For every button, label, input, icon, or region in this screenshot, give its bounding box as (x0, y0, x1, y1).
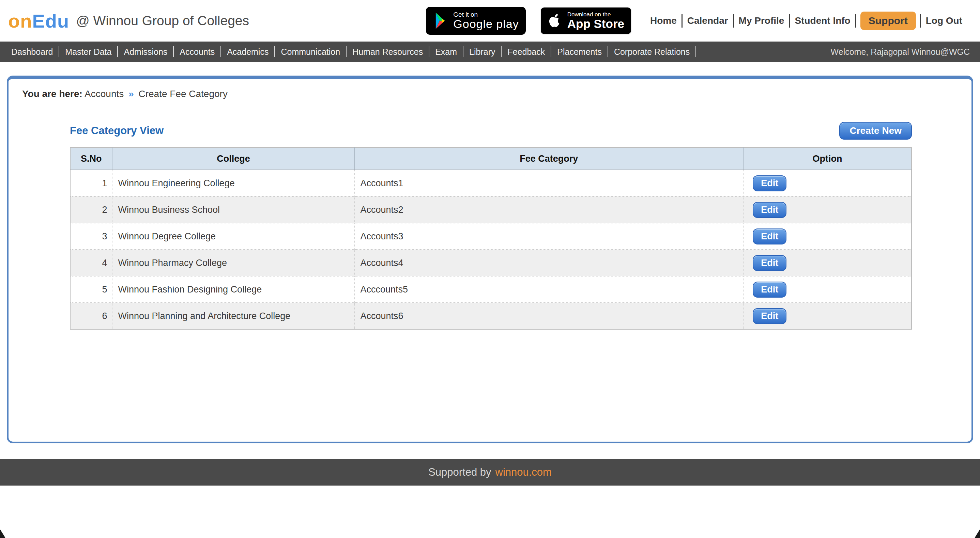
create-new-button[interactable]: Create New (839, 122, 912, 140)
breadcrumb-prefix: You are here: (22, 89, 83, 99)
nav-item-exam[interactable]: Exam (430, 47, 463, 57)
footer-text: Supported by (428, 466, 491, 478)
google-play-badge[interactable]: Get it on Google play (426, 7, 525, 35)
apple-icon (547, 12, 562, 29)
separator (695, 46, 696, 57)
logo-edu: Edu (32, 10, 69, 32)
sno-cell: 3 (70, 223, 112, 249)
nav-item-dashboard[interactable]: Dashboard (5, 47, 59, 57)
edit-button[interactable]: Edit (753, 308, 786, 324)
table-header-option: Option (743, 148, 912, 170)
fee-category-cell: Accounts1 (355, 170, 743, 197)
nav-item-human-resources[interactable]: Human Resources (347, 47, 429, 57)
table-row: 4 Winnou Pharmacy College Accounts4 Edit (70, 249, 912, 276)
play-triangle-icon (433, 13, 448, 29)
support-button[interactable]: Support (861, 11, 916, 30)
edit-button[interactable]: Edit (753, 202, 786, 218)
fee-category-cell: Accounts6 (355, 303, 743, 329)
sno-cell: 4 (70, 249, 112, 276)
main-section: Fee Category View Create New S.No Colleg… (70, 122, 912, 330)
college-cell: Winnou Degree College (112, 223, 355, 249)
table-header-sno: S.No (70, 148, 112, 170)
nav-item-corporate-relations[interactable]: Corporate Relations (608, 47, 695, 57)
org-title: @ Winnou Group of Colleges (76, 13, 249, 28)
onedu-logo[interactable]: onEdu (8, 10, 69, 32)
footer-link[interactable]: winnou.com (495, 466, 552, 478)
college-cell: Winnou Planning and Architecture College (112, 303, 355, 329)
nav-item-communication[interactable]: Communication (275, 47, 346, 57)
top-link-student-info[interactable]: Student Info (790, 15, 855, 26)
app-store-line2: App Store (567, 18, 624, 30)
table-row: 3 Winnou Degree College Accounts3 Edit (70, 223, 912, 249)
breadcrumb-page: Create Fee Category (138, 89, 227, 99)
table-row: 6 Winnou Planning and Architecture Colle… (70, 303, 912, 329)
google-play-line1: Get it on (453, 11, 519, 18)
fee-category-cell: Accounts4 (355, 249, 743, 276)
content-panel: You are here: Accounts » Create Fee Cate… (7, 76, 973, 443)
nav-item-placements[interactable]: Placements (551, 47, 608, 57)
breadcrumb-separator-icon: » (126, 89, 136, 99)
edit-button[interactable]: Edit (753, 175, 786, 191)
table-row: 5 Winnou Fashion Designing College Accco… (70, 276, 912, 303)
top-link-log-out[interactable]: Log Out (921, 15, 967, 26)
welcome-text: Welcome, Rajagopal Winnou@WGC (831, 47, 975, 57)
nav-item-academics[interactable]: Academics (221, 47, 274, 57)
main-header: Fee Category View Create New (70, 122, 912, 140)
footer: Supported by winnou.com (0, 459, 980, 486)
app-store-badge[interactable]: Download on the App Store (540, 7, 632, 35)
top-link-calendar[interactable]: Calendar (682, 15, 733, 26)
sno-cell: 5 (70, 276, 112, 303)
separator (855, 14, 856, 28)
google-play-line2: Google play (453, 18, 519, 30)
top-link-home[interactable]: Home (645, 15, 681, 26)
page-title: Fee Category View (70, 125, 164, 137)
fee-category-table: S.No College Fee Category Option 1 Winno… (70, 147, 912, 330)
sno-cell: 2 (70, 197, 112, 223)
breadcrumb: You are here: Accounts » Create Fee Cate… (8, 79, 972, 100)
sno-cell: 6 (70, 303, 112, 329)
window-corner-artifact (0, 529, 5, 538)
table-header-fee-category: Fee Category (355, 148, 743, 170)
store-badges: Get it on Google play Download on the Ap… (426, 7, 632, 35)
fee-category-cell: Accounts3 (355, 223, 743, 249)
table-header-row: S.No College Fee Category Option (70, 148, 912, 170)
top-header: onEdu @ Winnou Group of Colleges Get it … (0, 0, 980, 41)
nav-item-library[interactable]: Library (463, 47, 501, 57)
college-cell: Winnou Pharmacy College (112, 249, 355, 276)
edit-button[interactable]: Edit (753, 229, 786, 244)
college-cell: Winnou Fashion Designing College (112, 276, 355, 303)
fee-category-cell: Acccounts5 (355, 276, 743, 303)
top-links: Home Calendar My Profile Student Info Su… (645, 11, 967, 30)
app-store-line1: Download on the (567, 11, 624, 18)
top-link-my-profile[interactable]: My Profile (734, 15, 789, 26)
table-header-college: College (112, 148, 355, 170)
college-cell: Winnou Engineering College (112, 170, 355, 197)
edit-button[interactable]: Edit (753, 255, 786, 271)
window-corner-artifact (975, 529, 980, 538)
table-row: 1 Winnou Engineering College Accounts1 E… (70, 170, 912, 197)
fee-category-cell: Accounts2 (355, 197, 743, 223)
nav-item-master-data[interactable]: Master Data (59, 47, 117, 57)
edit-button[interactable]: Edit (753, 282, 786, 298)
logo-on: on (8, 10, 32, 32)
main-navbar: Dashboard Master Data Admissions Account… (0, 41, 980, 62)
breadcrumb-section-link[interactable]: Accounts (84, 89, 124, 99)
table-row: 2 Winnou Business School Accounts2 Edit (70, 197, 912, 223)
nav-item-feedback[interactable]: Feedback (501, 47, 550, 57)
nav-item-accounts[interactable]: Accounts (174, 47, 221, 57)
college-cell: Winnou Business School (112, 197, 355, 223)
sno-cell: 1 (70, 170, 112, 197)
nav-item-admissions[interactable]: Admissions (118, 47, 173, 57)
